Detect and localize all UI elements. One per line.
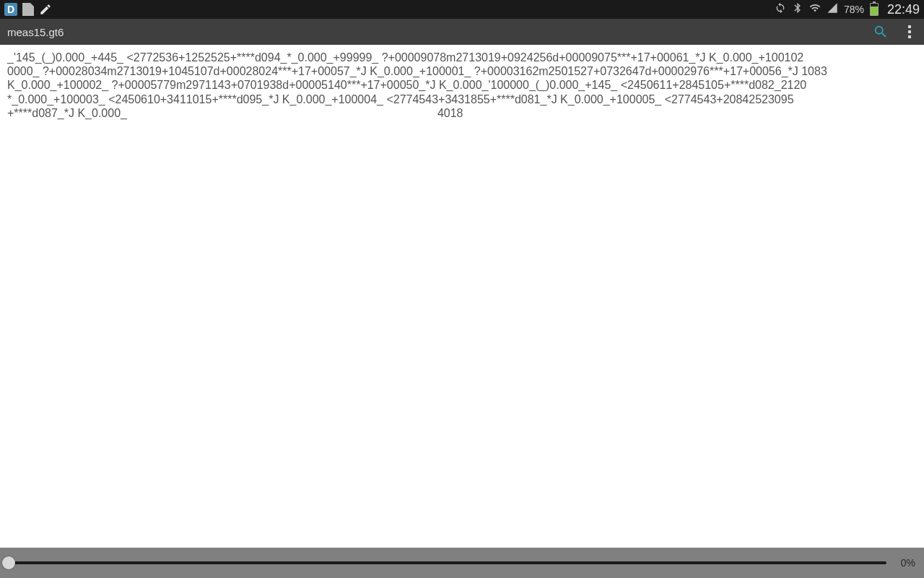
- file-content-view[interactable]: _'145_(_)0.000_+445_ <2772536+1252525+**…: [0, 45, 924, 548]
- text-line: 0000_ ?+00028034m2713019+1045107d+000280…: [7, 64, 917, 78]
- status-system-icons: 78% 22:49: [775, 2, 920, 17]
- app-action-bar: meas15.gt6: [0, 19, 924, 45]
- text-line: _'145_(_)0.000_+445_ <2772536+1252525+**…: [7, 51, 917, 64]
- battery-percentage: 78%: [844, 4, 864, 15]
- sync-icon: [775, 2, 786, 17]
- android-status-bar: D 78% 22:49: [0, 0, 924, 19]
- cell-signal-icon: [827, 2, 838, 17]
- pencil-icon: [39, 3, 52, 16]
- progress-percentage: 0%: [894, 557, 915, 569]
- slider-thumb[interactable]: [2, 556, 15, 569]
- wifi-icon: [809, 2, 821, 17]
- text-segment: 4018: [437, 106, 463, 120]
- position-slider[interactable]: [9, 561, 886, 564]
- bluetooth-icon: [792, 2, 803, 17]
- bottom-progress-bar: 0%: [0, 548, 924, 578]
- status-notifications: D: [4, 3, 52, 16]
- file-title: meas15.gt6: [7, 26, 64, 38]
- search-button[interactable]: [872, 23, 889, 40]
- app-d-icon: D: [4, 3, 17, 16]
- clock: 22:49: [887, 2, 920, 17]
- document-icon: [22, 3, 35, 16]
- text-line: *_0.000_+100003_ <2450610+3411015+****d0…: [7, 92, 917, 106]
- text-line: K_0.000_+100002_ ?+00005779m2971143+0701…: [7, 78, 917, 92]
- battery-icon: [870, 3, 879, 16]
- search-icon: [873, 24, 889, 40]
- text-line: +****d087_*J K_0.000_4018: [7, 106, 917, 120]
- overflow-menu-button[interactable]: [902, 25, 917, 38]
- text-segment: +****d087_*J K_0.000_: [7, 107, 127, 119]
